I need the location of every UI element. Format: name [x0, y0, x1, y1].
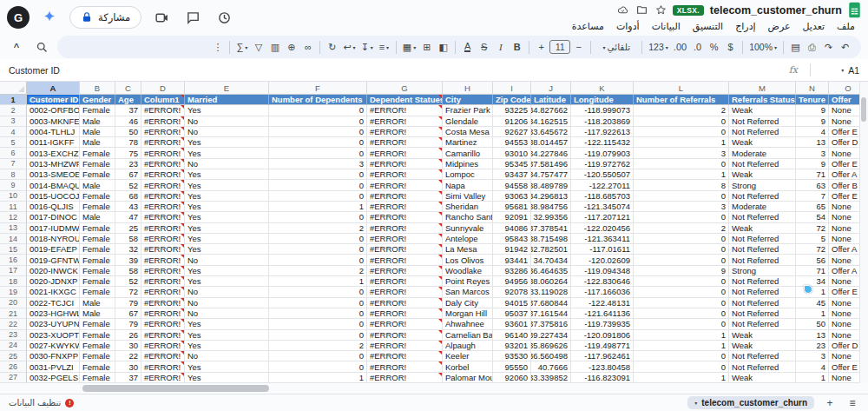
cell-B11[interactable]: Female: [80, 202, 115, 212]
cell-K20[interactable]: -122.48131: [571, 298, 634, 308]
cell-C25[interactable]: 22: [115, 351, 141, 361]
cell-G5[interactable]: #ERROR!: [367, 137, 443, 148]
cell-C13[interactable]: 25: [115, 223, 141, 234]
cell-M4[interactable]: Not Referred: [729, 127, 796, 137]
cell-F16[interactable]: 0: [269, 255, 367, 265]
cell-M25[interactable]: Not Referred: [729, 351, 796, 361]
cell-M9[interactable]: Strong: [729, 180, 796, 190]
cell-K24[interactable]: -119.498771: [571, 341, 634, 351]
cell-E17[interactable]: Yes: [185, 266, 269, 276]
cell-D23[interactable]: #ERROR!: [141, 330, 185, 341]
cell-E9[interactable]: Yes: [185, 180, 269, 190]
cell-F24[interactable]: 2: [269, 341, 367, 351]
cell-N7[interactable]: 9: [796, 159, 829, 169]
row-header-3[interactable]: 3: [0, 116, 27, 127]
cell-K4[interactable]: -117.922613: [571, 127, 634, 137]
cell-F25[interactable]: 0: [269, 351, 367, 361]
increase-font-icon[interactable]: +: [533, 37, 549, 56]
cell-H25[interactable]: Keeler: [443, 351, 493, 361]
cell-G6[interactable]: #ERROR!: [367, 148, 443, 158]
cell-H11[interactable]: Sheridan: [443, 202, 493, 212]
cell-G1[interactable]: Dependent Statues: [367, 95, 443, 105]
cell-D4[interactable]: #ERROR!: [141, 127, 185, 137]
row-header-16[interactable]: 16: [0, 255, 27, 265]
cell-J13[interactable]: 37.378541: [531, 223, 571, 234]
cell-L17[interactable]: 9: [634, 266, 729, 276]
cell-A21[interactable]: 0023-HGHWL: [27, 308, 80, 319]
cell-K3[interactable]: -118.203869: [571, 116, 634, 127]
cell-F12[interactable]: 0: [269, 212, 367, 222]
cell-N5[interactable]: 13: [796, 137, 829, 148]
cell-C2[interactable]: 37: [115, 105, 141, 116]
cell-F21[interactable]: 0: [269, 308, 367, 319]
row-header-11[interactable]: 11: [0, 202, 27, 212]
merge-cells-icon[interactable]: ▦▾: [400, 37, 418, 56]
cell-F18[interactable]: 1: [269, 276, 367, 287]
cell-G13[interactable]: #ERROR!: [367, 223, 443, 234]
row-header-6[interactable]: 6: [0, 148, 27, 158]
cell-C26[interactable]: 30: [115, 361, 141, 372]
cell-E20[interactable]: No: [185, 298, 269, 308]
menu-format[interactable]: التنسيق: [687, 20, 729, 33]
cell-D13[interactable]: #ERROR!: [141, 223, 185, 234]
cell-K27[interactable]: -116.823091: [571, 373, 634, 383]
cell-H3[interactable]: Glendale: [443, 116, 493, 127]
cell-J25[interactable]: 36.560498: [531, 351, 571, 361]
cell-B8[interactable]: Female: [80, 169, 115, 180]
cell-I2[interactable]: 93225: [493, 105, 531, 116]
cell-E27[interactable]: Yes: [185, 373, 269, 383]
cell-I21[interactable]: 95037: [493, 308, 531, 319]
cell-A17[interactable]: 0020-INWCK: [27, 266, 80, 276]
cell-N14[interactable]: 5: [796, 234, 829, 244]
cell-I15[interactable]: 91942: [493, 244, 531, 255]
cell-J1[interactable]: Latitude: [531, 95, 571, 105]
cell-J26[interactable]: 40.7666: [531, 361, 571, 372]
cell-E2[interactable]: Yes: [185, 105, 269, 116]
cell-H24[interactable]: Alpaugh: [443, 341, 493, 351]
column-header-I[interactable]: I: [493, 82, 531, 95]
cell-E24[interactable]: Yes: [185, 341, 269, 351]
row-header-25[interactable]: 25: [0, 351, 27, 361]
cell-L14[interactable]: 0: [634, 234, 729, 244]
cell-K2[interactable]: -118.999073: [571, 105, 634, 116]
cell-C17[interactable]: 58: [115, 266, 141, 276]
number-format-select[interactable]: 123▾: [646, 37, 671, 56]
cell-B6[interactable]: Female: [80, 148, 115, 158]
cell-E1[interactable]: Married: [185, 95, 269, 105]
column-header-E[interactable]: E: [185, 82, 269, 95]
cell-H5[interactable]: Martinez: [443, 137, 493, 148]
percent-icon[interactable]: %: [706, 37, 722, 56]
cell-B24[interactable]: Female: [80, 341, 115, 351]
cell-G22[interactable]: #ERROR!: [367, 319, 443, 329]
cell-C22[interactable]: 79: [115, 319, 141, 329]
cell-J20[interactable]: 37.680844: [531, 298, 571, 308]
cell-N17[interactable]: 71: [796, 266, 829, 276]
cell-B12[interactable]: Male: [80, 212, 115, 222]
cell-F15[interactable]: 0: [269, 244, 367, 255]
formula-input[interactable]: Customer ID: [9, 65, 782, 76]
cell-A13[interactable]: 0017-IUDMW: [27, 223, 80, 234]
cell-A15[interactable]: 0019-EFAEP: [27, 244, 80, 255]
cell-I22[interactable]: 93601: [493, 319, 531, 329]
cell-A25[interactable]: 0030-FNXPP: [27, 351, 80, 361]
cell-J17[interactable]: 36.464635: [531, 266, 571, 276]
decrease-font-icon[interactable]: −: [570, 37, 587, 56]
cell-B25[interactable]: Female: [80, 351, 115, 361]
cell-N21[interactable]: 1: [796, 308, 829, 319]
cell-F6[interactable]: 0: [269, 148, 367, 158]
cell-L13[interactable]: 2: [634, 223, 729, 234]
horizontal-scrollbar-thumb[interactable]: [82, 385, 269, 392]
cell-D9[interactable]: #ERROR!: [141, 180, 185, 190]
decrease-decimals-icon[interactable]: .0: [689, 37, 706, 56]
cell-N10[interactable]: 7: [796, 191, 829, 202]
row-header-18[interactable]: 18: [0, 276, 27, 287]
cell-K16[interactable]: -120.02609: [571, 255, 634, 265]
cell-E8[interactable]: Yes: [185, 169, 269, 180]
cell-L8[interactable]: 1: [634, 169, 729, 180]
cell-F8[interactable]: 0: [269, 169, 367, 180]
cell-B7[interactable]: Female: [80, 159, 115, 169]
cell-I12[interactable]: 92091: [493, 212, 531, 222]
column-header-L[interactable]: L: [634, 82, 729, 95]
cell-J18[interactable]: 38.060264: [531, 276, 571, 287]
cloud-status-icon[interactable]: [617, 4, 628, 16]
